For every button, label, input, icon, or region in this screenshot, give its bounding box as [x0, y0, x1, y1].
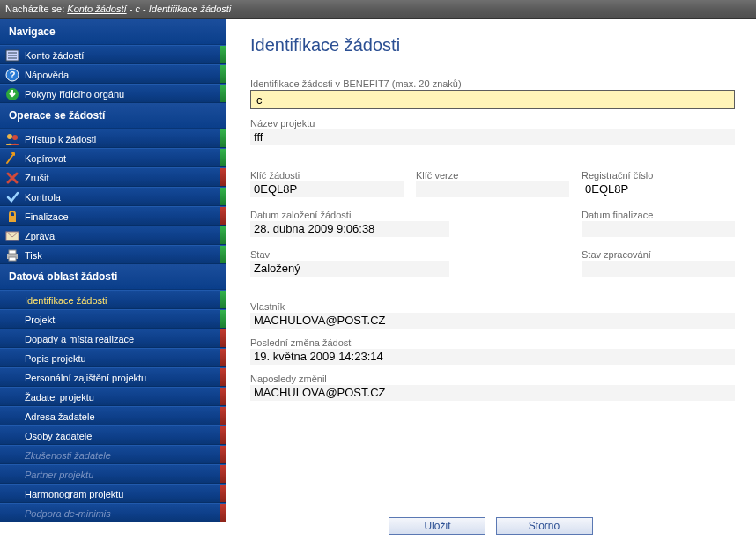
value-naposledy-zmenil: MACHULOVA@POST.CZ — [250, 385, 735, 401]
button-row: Uložit Storno — [226, 517, 756, 535]
value-datum-finalizace — [582, 221, 735, 237]
label-klic-verze: Klíč verze — [416, 170, 569, 181]
sidebar-item-label: Identifikace žádosti — [25, 295, 107, 306]
sidebar-item-tisk[interactable]: Tisk — [0, 245, 226, 264]
value-vlastnik: MACHULOVA@POST.CZ — [250, 313, 735, 329]
sidebar-item-label: Kontrola — [25, 192, 61, 203]
print-icon — [5, 248, 19, 263]
value-datum-zalozeni: 28. dubna 2009 9:06:38 — [250, 221, 449, 237]
svg-rect-9 — [9, 250, 16, 254]
download-icon — [5, 87, 19, 101]
sidebar-item-kopirovat[interactable]: Kopírovat — [0, 148, 226, 167]
value-posledni-zmena: 19. května 2009 14:23:14 — [250, 349, 735, 365]
folder-list-icon — [5, 48, 19, 63]
sidebar-item-label: Nápověda — [25, 70, 69, 80]
label-posledni-zmena: Poslední změna žádosti — [250, 337, 735, 348]
sidebar-item-label: Projekt — [25, 314, 55, 325]
sidebar-item-label: Finalizace — [25, 211, 69, 222]
sidebar-item-harmonogram[interactable]: Harmonogram projektu — [0, 484, 226, 503]
sidebar-item-zprava[interactable]: Zpráva — [0, 226, 226, 245]
label-stav-zpracovani: Stav zpracování — [582, 249, 735, 260]
sidebar-item-label: Personální zajištění projektu — [25, 373, 146, 383]
sidebar-item-dopady[interactable]: Dopady a místa realizace — [0, 329, 226, 348]
label-datum-zalozeni: Datum založení žádosti — [250, 210, 449, 220]
value-reg-cislo: 0EQL8P — [582, 181, 735, 197]
sidebar-item-label: Tisk — [25, 250, 42, 261]
svg-rect-10 — [9, 257, 16, 261]
sidebar-item-zrusit[interactable]: Zrušit — [0, 167, 226, 187]
sidebar-item-zadatel[interactable]: Žadatel projektu — [0, 387, 226, 406]
sidebar-item-label: Kopírovat — [25, 153, 66, 164]
sidebar-item-personalni[interactable]: Personální zajištění projektu — [0, 367, 226, 387]
sidebar: Navigace Konto žádostí ? Nápověda Pokyny… — [0, 19, 226, 540]
sidebar-item-napoveda[interactable]: ? Nápověda — [0, 64, 226, 84]
input-identifikace[interactable] — [250, 90, 735, 109]
mail-icon — [5, 229, 19, 243]
check-icon — [5, 190, 19, 204]
sidebar-item-label: Zrušit — [25, 173, 49, 183]
sidebar-item-label: Zkušenosti žadatele — [25, 450, 111, 461]
label-stav: Stav — [250, 249, 449, 260]
help-icon: ? — [5, 68, 19, 82]
cancel-button[interactable]: Storno — [496, 517, 593, 535]
page-title: Identifikace žádosti — [250, 35, 735, 55]
sidebar-item-label: Popis projektu — [25, 353, 86, 364]
sidebar-item-podpora[interactable]: Podpora de-minimis — [0, 503, 226, 522]
sidebar-item-zkusenosti[interactable]: Zkušenosti žadatele — [0, 445, 226, 464]
sidebar-item-adresa[interactable]: Adresa žadatele — [0, 406, 226, 425]
label-datum-finalizace: Datum finalizace — [582, 210, 735, 220]
copy-icon — [5, 152, 19, 166]
label-naposledy-zmenil: Naposledy změnil — [250, 374, 735, 384]
sidebar-item-partner[interactable]: Partner projektu — [0, 464, 226, 484]
svg-text:?: ? — [10, 70, 16, 80]
sidebar-item-popis[interactable]: Popis projektu — [0, 348, 226, 367]
value-stav-zpracovani — [582, 261, 735, 277]
sidebar-item-label: Dopady a místa realizace — [25, 334, 134, 344]
sidebar-item-label: Pokyny řídícího orgánu — [25, 89, 124, 100]
sidebar-item-label: Osoby žadatele — [25, 431, 92, 441]
label-reg-cislo: Registrační číslo — [582, 170, 735, 181]
lock-icon — [5, 210, 19, 224]
value-klic-zadosti: 0EQL8P — [250, 181, 404, 197]
label-klic-zadosti: Klíč žádosti — [250, 170, 404, 181]
breadcrumb-tail: Identifikace žádosti — [149, 4, 232, 14]
sidebar-item-kontrola[interactable]: Kontrola — [0, 187, 226, 206]
sidebar-item-konto-zadosti[interactable]: Konto žádostí — [0, 45, 226, 64]
label-vlastnik: Vlastník — [250, 301, 735, 312]
label-nazev-projektu: Název projektu — [250, 118, 735, 129]
sidebar-item-identifikace[interactable]: Identifikace žádosti — [0, 290, 226, 309]
breadcrumb-prefix: Nacházíte se: — [5, 4, 64, 14]
main-content: Identifikace žádosti Identifikace žádost… — [226, 19, 756, 540]
sidebar-item-finalizace[interactable]: Finalizace — [0, 206, 226, 226]
cancel-icon — [5, 171, 19, 185]
svg-point-4 — [7, 134, 12, 139]
svg-point-5 — [12, 135, 18, 140]
sidebar-item-label: Partner projektu — [25, 470, 93, 480]
value-nazev-projektu: fff — [250, 129, 735, 145]
save-button[interactable]: Uložit — [389, 517, 485, 535]
sidebar-item-projekt[interactable]: Projekt — [0, 309, 226, 329]
label-identifikace: Identifikace žádosti v BENEFIT7 (max. 20… — [250, 78, 735, 89]
sidebar-item-label: Přístup k žádosti — [25, 134, 96, 144]
breadcrumb: Nacházíte se: Konto žádostí - c - Identi… — [0, 0, 756, 19]
nav-header-operace: Operace se žádostí — [0, 103, 226, 129]
sidebar-item-osoby[interactable]: Osoby žadatele — [0, 425, 226, 445]
breadcrumb-link-konto[interactable]: Konto žádostí — [67, 4, 126, 14]
nav-header-datova: Datová oblast žádosti — [0, 264, 226, 290]
sidebar-item-label: Žadatel projektu — [25, 392, 94, 403]
sidebar-item-label: Konto žádostí — [25, 50, 84, 61]
sidebar-item-label: Zpráva — [25, 231, 55, 241]
sidebar-item-pristup[interactable]: Přístup k žádosti — [0, 129, 226, 148]
users-icon — [5, 132, 19, 146]
sidebar-item-label: Podpora de-minimis — [25, 508, 111, 519]
sidebar-item-pokyny[interactable]: Pokyny řídícího orgánu — [0, 84, 226, 103]
sidebar-item-label: Adresa žadatele — [25, 411, 95, 422]
nav-header-navigace: Navigace — [0, 19, 226, 45]
value-klic-verze — [416, 181, 569, 197]
svg-rect-6 — [9, 216, 16, 222]
sidebar-item-label: Harmonogram projektu — [25, 489, 124, 499]
value-stav: Založený — [250, 261, 449, 277]
breadcrumb-mid: c — [135, 4, 140, 14]
